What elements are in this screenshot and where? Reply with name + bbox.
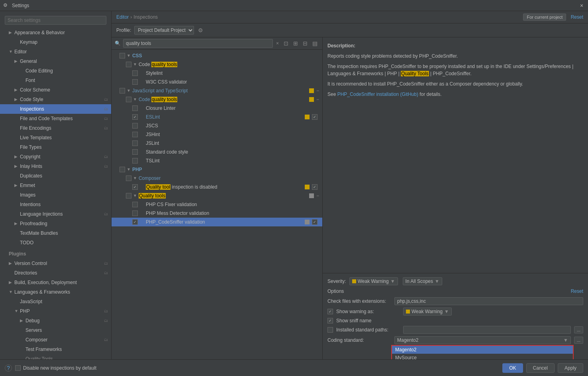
insp-stylelint[interactable]: Stylelint	[112, 69, 322, 78]
sidebar-item-images[interactable]: Images	[0, 190, 111, 200]
inspection-search-input[interactable]	[123, 39, 273, 48]
apply-button[interactable]: Apply	[558, 363, 583, 373]
insp-category-js[interactable]: ▼ JavaScript and TypeScript −	[112, 86, 322, 95]
sidebar-item-appearance[interactable]: ▶ Appearance & Behavior	[0, 28, 111, 37]
breadcrumb-editor[interactable]: Editor	[116, 14, 129, 20]
sidebar-item-proofreading[interactable]: ▶ Proofreading	[0, 219, 111, 228]
insp-tslint[interactable]: TSLint	[112, 156, 322, 165]
insp-php-composer[interactable]: ▼ Composer	[112, 174, 322, 183]
severity-select[interactable]: Weak Warning ▼	[349, 277, 398, 285]
sidebar-item-build[interactable]: ▶ Build, Execution, Deployment	[0, 278, 111, 287]
insp-category-css[interactable]: ▼ CSS	[112, 51, 322, 60]
browse-button[interactable]: ...	[574, 326, 583, 333]
sidebar-item-debug[interactable]: ▶ Debug 🗂	[0, 316, 111, 325]
js-quality-checkbox[interactable]	[126, 97, 131, 102]
group-button[interactable]: ▤	[311, 39, 319, 47]
disable-inspections-checkbox[interactable]: Disable new inspections by default	[15, 365, 96, 371]
quality-tool-disabled-checkbox[interactable]	[132, 184, 138, 190]
sidebar-item-todo[interactable]: TODO	[0, 238, 111, 247]
filter-button[interactable]: ⊡	[282, 39, 290, 47]
dropdown-item-mysource[interactable]: MySource	[392, 354, 573, 359]
jslint-checkbox[interactable]	[132, 140, 138, 146]
options-reset-link[interactable]: Reset	[571, 288, 583, 294]
github-link[interactable]: PHP_CodeSniffer installation (GitHub)	[337, 92, 418, 97]
for-current-project-button[interactable]: For current project	[523, 14, 566, 21]
sidebar-item-keymap[interactable]: Keymap	[0, 37, 111, 47]
reset-link[interactable]: Reset	[571, 14, 583, 20]
insp-eslint[interactable]: ESLint	[112, 113, 322, 121]
php-cs-fixer-checkbox[interactable]	[132, 202, 138, 207]
coding-standard-select[interactable]: Magento2 ▼	[394, 336, 571, 344]
php-qt-checkbox[interactable]	[126, 193, 131, 199]
jshint-checkbox[interactable]	[132, 132, 138, 137]
cancel-button[interactable]: Cancel	[526, 363, 555, 373]
closure-checkbox[interactable]	[132, 105, 138, 111]
eslint-checkbox[interactable]	[132, 114, 138, 120]
sidebar-item-servers[interactable]: Servers	[0, 325, 111, 335]
sidebar-item-code-style[interactable]: ▶ Code Style 🗂	[0, 95, 111, 104]
profile-select[interactable]: Project Default Project	[134, 26, 194, 35]
standard-checkbox[interactable]	[132, 149, 138, 155]
js-checkbox[interactable]	[120, 88, 125, 94]
insp-jscs[interactable]: JSCS	[112, 121, 322, 130]
php-mess-checkbox[interactable]	[132, 210, 138, 216]
sidebar-item-directories[interactable]: Directories 🗂	[0, 268, 111, 278]
sidebar-item-font[interactable]: Font	[0, 76, 111, 85]
sidebar-item-composer[interactable]: Composer 🗂	[0, 335, 111, 345]
installed-paths-checkbox[interactable]	[327, 327, 333, 333]
insp-quality-tool-disabled[interactable]: Quality tool inspection is disabled	[112, 183, 322, 191]
php-cs-enable-checkbox[interactable]	[312, 219, 318, 225]
sidebar-item-javascript[interactable]: JavaScript	[0, 297, 111, 306]
sidebar-item-file-code-templates[interactable]: File and Code Templates 🗂	[0, 114, 111, 123]
dropdown-item-magento2[interactable]: Magento2	[392, 346, 573, 354]
stylelint-checkbox[interactable]	[132, 70, 138, 76]
show-warning-select[interactable]: Weak Warning ▼	[403, 308, 452, 316]
sidebar-item-version-control[interactable]: ▶ Version Control 🗂	[0, 259, 111, 268]
css-checkbox[interactable]	[120, 53, 125, 58]
sidebar-item-textmate[interactable]: TextMate Bundles	[0, 228, 111, 238]
help-button[interactable]: ?	[5, 364, 12, 372]
insp-php-quality-tools[interactable]: ▼ Quality tools −	[112, 191, 322, 200]
ok-button[interactable]: OK	[502, 363, 523, 373]
search-clear-button[interactable]: ×	[274, 41, 280, 46]
insp-standard-code-style[interactable]: Standard code style	[112, 148, 322, 156]
sidebar-item-quality-tools[interactable]: Quality Tools	[0, 354, 111, 359]
insp-jshint[interactable]: JSHint	[112, 130, 322, 139]
jscs-checkbox[interactable]	[132, 123, 138, 129]
sidebar-item-php[interactable]: ▼ PHP 🗂	[0, 306, 111, 316]
css-quality-checkbox[interactable]	[126, 62, 131, 67]
eslint-enable-checkbox[interactable]	[312, 114, 318, 120]
sidebar-item-copyright[interactable]: ▶ Copyright 🗂	[0, 152, 111, 162]
composer-checkbox[interactable]	[126, 175, 131, 181]
qt-enable-checkbox[interactable]	[312, 184, 318, 190]
sidebar-item-file-encodings[interactable]: File Encodings 🗂	[0, 123, 111, 133]
w3c-checkbox[interactable]	[132, 79, 138, 85]
sidebar-item-languages[interactable]: ▼ Languages & Frameworks	[0, 287, 111, 297]
expand-all-button[interactable]: ⊞	[292, 39, 300, 47]
insp-jslint[interactable]: JSLint	[112, 139, 322, 148]
coding-standard-browse-button[interactable]: ...	[574, 337, 583, 344]
insp-php-cs-fixer[interactable]: PHP CS Fixer validation	[112, 200, 322, 209]
insp-js-code-quality[interactable]: ▼ Code quality tools −	[112, 95, 322, 104]
insp-php-codesniffer[interactable]: PHP_CodeSniffer validation	[112, 218, 322, 226]
gear-button[interactable]: ⚙	[197, 26, 204, 34]
installed-paths-input[interactable]	[403, 326, 571, 334]
insp-css-code-quality[interactable]: ▼ Code quality tools	[112, 60, 322, 69]
sidebar-item-test-frameworks[interactable]: Test Frameworks	[0, 345, 111, 354]
sidebar-item-file-types[interactable]: File Types	[0, 142, 111, 152]
scope-select[interactable]: In All Scopes ▼	[403, 277, 442, 285]
sidebar-search-input[interactable]	[5, 16, 106, 25]
php-checkbox[interactable]	[120, 167, 125, 172]
check-files-input[interactable]	[394, 297, 583, 305]
php-cs-checkbox[interactable]	[132, 219, 138, 225]
sidebar-item-general[interactable]: ▶ General	[0, 56, 111, 66]
sidebar-item-code-editing[interactable]: Code Editing	[0, 66, 111, 76]
insp-php-mess-detector[interactable]: PHP Mess Detector validation	[112, 209, 322, 218]
sidebar-item-inlay-hints[interactable]: ▶ Inlay Hints 🗂	[0, 162, 111, 171]
sidebar-item-duplicates[interactable]: Duplicates	[0, 171, 111, 181]
insp-closure-linter[interactable]: Closure Linter	[112, 104, 322, 113]
show-sniff-checkbox[interactable]	[327, 318, 333, 323]
insp-category-php[interactable]: ▼ PHP	[112, 165, 322, 174]
sidebar-item-color-scheme[interactable]: ▶ Color Scheme	[0, 85, 111, 95]
insp-w3c-css[interactable]: W3C CSS validator	[112, 78, 322, 86]
